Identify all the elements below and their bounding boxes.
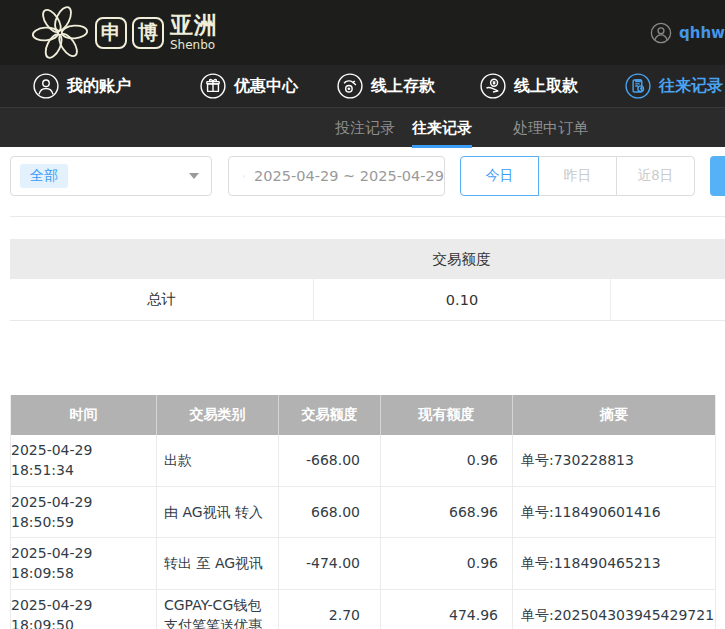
quick-date-group: 今日 昨日 近8日 xyxy=(460,156,695,196)
row-time: 2025-04-29 18:51:34 xyxy=(11,435,157,486)
user-icon xyxy=(33,73,59,99)
top-header: 申 博 亚洲 Shenbo qhhw xyxy=(0,0,725,65)
summary-total-value: 0.10 xyxy=(313,279,610,320)
tab-transaction-records[interactable]: 往来记录 xyxy=(412,108,472,148)
row-summary: 单号:118490465213 xyxy=(513,538,715,589)
summary-total-label: 总计 xyxy=(10,279,313,320)
row-type: CGPAY-CG钱包支付笔笔送优惠 xyxy=(157,590,279,629)
table-row: 2025-04-29 18:09:50 CGPAY-CG钱包支付笔笔送优惠 2.… xyxy=(11,590,715,629)
nav-item-withdraw[interactable]: 线上取款 xyxy=(480,65,578,107)
logo-char-box-1: 申 xyxy=(95,17,127,49)
flower-logo-icon xyxy=(30,4,90,62)
row-time: 2025-04-29 18:09:50 xyxy=(11,590,157,629)
logo-char-box-2: 博 xyxy=(132,17,164,49)
col-header-time: 时间 xyxy=(11,395,157,435)
brand-logo[interactable]: 申 博 亚洲 Shenbo xyxy=(30,4,218,62)
nav-label: 优惠中心 xyxy=(234,76,298,97)
sub-navigation: 投注记录 往来记录 处理中订单 xyxy=(0,107,725,147)
type-select[interactable]: 全部 xyxy=(10,156,212,196)
chevron-down-icon xyxy=(189,173,199,179)
summary-header-amount: 交易额度 xyxy=(313,250,610,269)
row-balance: 474.96 xyxy=(381,590,513,629)
filter-bar: 全部 2025-04-29 ~ 2025-04-29 今日 昨日 近8日 xyxy=(0,147,725,217)
col-header-summary: 摘要 xyxy=(513,395,715,435)
table-row: 2025-04-29 18:50:59 由 AG视讯 转入 668.00 668… xyxy=(11,487,715,539)
row-type: 转出 至 AG视讯 xyxy=(157,538,279,589)
logo-char-1: 申 xyxy=(101,19,121,46)
nav-label: 线上取款 xyxy=(514,76,578,97)
nav-item-transaction-records[interactable]: 往来记录 xyxy=(625,65,723,107)
table-row: 2025-04-29 18:51:34 出款 -668.00 0.96 单号:7… xyxy=(11,435,715,487)
logo-char-2: 博 xyxy=(138,19,158,46)
date-range-text: 2025-04-29 ~ 2025-04-29 xyxy=(254,168,444,184)
page: 申 博 亚洲 Shenbo qhhw 我的账户 xyxy=(0,0,725,629)
row-amount: 2.70 xyxy=(279,590,381,629)
tab-label: 处理中订单 xyxy=(513,119,588,138)
gift-icon xyxy=(200,73,226,99)
divider xyxy=(10,216,725,217)
username-text: qhhw xyxy=(679,24,725,42)
yesterday-button[interactable]: 昨日 xyxy=(538,156,617,196)
row-summary: 单号:118490601416 xyxy=(513,487,715,538)
records-table: 时间 交易类别 交易额度 现有额度 摘要 2025-04-29 18:51:34… xyxy=(10,395,716,629)
logo-latin-text: Shenbo xyxy=(170,39,218,51)
nav-item-my-account[interactable]: 我的账户 xyxy=(33,65,131,107)
search-button[interactable] xyxy=(710,156,725,196)
records-icon xyxy=(625,73,651,99)
type-selected-chip: 全部 xyxy=(20,164,68,188)
summary-total-row: 总计 0.10 xyxy=(10,279,725,321)
records-header-row: 时间 交易类别 交易额度 现有额度 摘要 xyxy=(11,395,715,435)
row-balance: 0.96 xyxy=(381,538,513,589)
row-type: 出款 xyxy=(157,435,279,486)
nav-label: 线上存款 xyxy=(371,76,435,97)
nav-label: 往来记录 xyxy=(659,76,723,97)
row-type: 由 AG视讯 转入 xyxy=(157,487,279,538)
nav-item-deposit[interactable]: 线上存款 xyxy=(337,65,435,107)
nav-label: 我的账户 xyxy=(67,76,131,97)
withdraw-icon xyxy=(480,73,506,99)
logo-region-block: 亚洲 Shenbo xyxy=(170,14,218,51)
row-amount: 668.00 xyxy=(279,487,381,538)
row-time: 2025-04-29 18:09:58 xyxy=(11,538,157,589)
summary-header-row: 交易额度 xyxy=(10,239,725,279)
date-range-picker[interactable]: 2025-04-29 ~ 2025-04-29 xyxy=(228,156,445,196)
deposit-icon xyxy=(337,73,363,99)
col-header-balance: 现有额度 xyxy=(381,395,513,435)
tab-betting-records[interactable]: 投注记录 xyxy=(335,108,395,148)
row-summary: 单号:730228813 xyxy=(513,435,715,486)
tab-label: 往来记录 xyxy=(412,119,472,138)
summary-table: 交易额度 总计 0.10 xyxy=(10,239,725,321)
logo-region-text: 亚洲 xyxy=(170,14,218,37)
col-header-type: 交易类别 xyxy=(157,395,279,435)
calendar-icon xyxy=(243,168,245,185)
summary-total-extra xyxy=(610,279,725,320)
user-avatar-icon xyxy=(650,22,672,44)
main-navigation: 我的账户 优惠中心 线上存款 线上取款 xyxy=(0,65,725,107)
row-time: 2025-04-29 18:50:59 xyxy=(11,487,157,538)
page-stage: 申 博 亚洲 Shenbo qhhw 我的账户 xyxy=(0,0,725,629)
row-amount: -668.00 xyxy=(279,435,381,486)
today-button[interactable]: 今日 xyxy=(460,156,539,196)
row-balance: 0.96 xyxy=(381,435,513,486)
tab-label: 投注记录 xyxy=(335,119,395,138)
user-account[interactable]: qhhw xyxy=(650,0,725,65)
col-header-amount: 交易额度 xyxy=(279,395,381,435)
tab-pending-orders[interactable]: 处理中订单 xyxy=(513,108,588,148)
table-row: 2025-04-29 18:09:58 转出 至 AG视讯 -474.00 0.… xyxy=(11,538,715,590)
last-8-days-button[interactable]: 近8日 xyxy=(616,156,695,196)
row-balance: 668.96 xyxy=(381,487,513,538)
row-amount: -474.00 xyxy=(279,538,381,589)
row-summary: 单号:202504303945429721 xyxy=(513,590,715,629)
nav-item-promotions[interactable]: 优惠中心 xyxy=(200,65,298,107)
